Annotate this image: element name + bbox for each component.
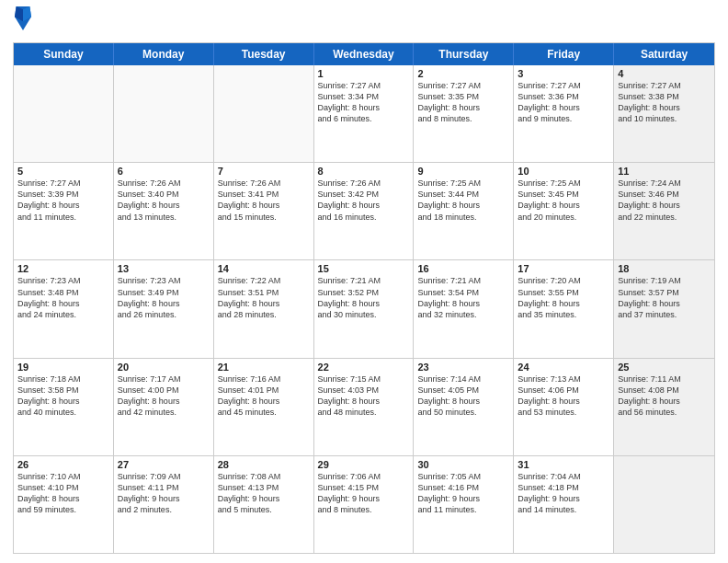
- day-number: 18: [618, 263, 711, 274]
- calendar-row-0: 1Sunrise: 7:27 AM Sunset: 3:34 PM Daylig…: [14, 65, 714, 163]
- day-number: 2: [417, 68, 509, 79]
- cal-cell-6: 6Sunrise: 7:26 AM Sunset: 3:40 PM Daylig…: [114, 163, 214, 259]
- day-number: 4: [618, 68, 711, 79]
- cal-cell-27: 27Sunrise: 7:09 AM Sunset: 4:11 PM Dayli…: [114, 456, 214, 553]
- day-info: Sunrise: 7:26 AM Sunset: 3:41 PM Dayligh…: [218, 178, 310, 223]
- day-info: Sunrise: 7:16 AM Sunset: 4:01 PM Dayligh…: [218, 373, 310, 419]
- calendar-row-3: 19Sunrise: 7:18 AM Sunset: 3:58 PM Dayli…: [14, 359, 714, 456]
- day-info: Sunrise: 7:20 AM Sunset: 3:55 PM Dayligh…: [518, 275, 609, 320]
- day-info: Sunrise: 7:21 AM Sunset: 3:54 PM Dayligh…: [417, 275, 509, 320]
- cal-cell-empty: [114, 65, 214, 162]
- calendar-body: 1Sunrise: 7:27 AM Sunset: 3:34 PM Daylig…: [14, 65, 714, 553]
- day-number: 28: [218, 459, 310, 470]
- cal-cell-empty: [614, 456, 714, 553]
- day-number: 5: [17, 166, 109, 177]
- cal-cell-5: 5Sunrise: 7:27 AM Sunset: 3:39 PM Daylig…: [14, 163, 114, 259]
- cal-cell-26: 26Sunrise: 7:10 AM Sunset: 4:10 PM Dayli…: [14, 456, 114, 553]
- cal-cell-28: 28Sunrise: 7:08 AM Sunset: 4:13 PM Dayli…: [214, 456, 314, 553]
- day-info: Sunrise: 7:10 AM Sunset: 4:10 PM Dayligh…: [17, 471, 109, 516]
- cal-cell-25: 25Sunrise: 7:11 AM Sunset: 4:08 PM Dayli…: [614, 359, 714, 455]
- day-number: 29: [318, 459, 410, 470]
- cal-cell-29: 29Sunrise: 7:06 AM Sunset: 4:15 PM Dayli…: [314, 456, 415, 553]
- calendar-header-row: SundayMondayTuesdayWednesdayThursdayFrid…: [14, 43, 714, 65]
- cal-cell-7: 7Sunrise: 7:26 AM Sunset: 3:41 PM Daylig…: [214, 163, 314, 259]
- day-number: 14: [218, 263, 310, 274]
- header-cell-saturday: Saturday: [614, 43, 714, 65]
- day-info: Sunrise: 7:15 AM Sunset: 4:03 PM Dayligh…: [318, 373, 410, 419]
- day-number: 27: [118, 459, 210, 470]
- day-info: Sunrise: 7:26 AM Sunset: 3:40 PM Dayligh…: [118, 178, 210, 223]
- day-number: 24: [518, 362, 609, 373]
- header-cell-tuesday: Tuesday: [214, 43, 314, 65]
- day-info: Sunrise: 7:23 AM Sunset: 3:48 PM Dayligh…: [17, 275, 109, 320]
- cal-cell-11: 11Sunrise: 7:24 AM Sunset: 3:46 PM Dayli…: [614, 163, 714, 259]
- day-number: 10: [518, 166, 609, 177]
- day-number: 11: [618, 166, 711, 177]
- calendar: SundayMondayTuesdayWednesdayThursdayFrid…: [13, 42, 715, 554]
- cal-cell-22: 22Sunrise: 7:15 AM Sunset: 4:03 PM Dayli…: [314, 359, 415, 455]
- calendar-row-4: 26Sunrise: 7:10 AM Sunset: 4:10 PM Dayli…: [14, 456, 714, 553]
- cal-cell-17: 17Sunrise: 7:20 AM Sunset: 3:55 PM Dayli…: [514, 260, 614, 357]
- cal-cell-30: 30Sunrise: 7:05 AM Sunset: 4:16 PM Dayli…: [414, 456, 514, 553]
- day-number: 19: [17, 362, 109, 373]
- day-info: Sunrise: 7:14 AM Sunset: 4:05 PM Dayligh…: [417, 373, 509, 419]
- day-number: 23: [417, 362, 509, 373]
- day-number: 6: [118, 166, 210, 177]
- day-number: 12: [17, 263, 109, 274]
- day-info: Sunrise: 7:22 AM Sunset: 3:51 PM Dayligh…: [218, 275, 310, 320]
- day-number: 30: [417, 459, 509, 470]
- cal-cell-3: 3Sunrise: 7:27 AM Sunset: 3:36 PM Daylig…: [514, 65, 614, 162]
- header: [13, 9, 715, 35]
- cal-cell-31: 31Sunrise: 7:04 AM Sunset: 4:18 PM Dayli…: [514, 456, 614, 553]
- cal-cell-18: 18Sunrise: 7:19 AM Sunset: 3:57 PM Dayli…: [614, 260, 714, 357]
- day-info: Sunrise: 7:06 AM Sunset: 4:15 PM Dayligh…: [318, 471, 410, 516]
- day-info: Sunrise: 7:09 AM Sunset: 4:11 PM Dayligh…: [118, 471, 210, 516]
- day-info: Sunrise: 7:27 AM Sunset: 3:38 PM Dayligh…: [618, 80, 711, 125]
- header-cell-friday: Friday: [514, 43, 614, 65]
- cal-cell-empty: [14, 65, 114, 162]
- cal-cell-9: 9Sunrise: 7:25 AM Sunset: 3:44 PM Daylig…: [414, 163, 514, 259]
- day-info: Sunrise: 7:26 AM Sunset: 3:42 PM Dayligh…: [318, 178, 410, 223]
- cal-cell-23: 23Sunrise: 7:14 AM Sunset: 4:05 PM Dayli…: [414, 359, 514, 455]
- day-info: Sunrise: 7:24 AM Sunset: 3:46 PM Dayligh…: [618, 178, 711, 223]
- day-number: 15: [318, 263, 410, 274]
- day-info: Sunrise: 7:13 AM Sunset: 4:06 PM Dayligh…: [518, 373, 609, 419]
- day-info: Sunrise: 7:25 AM Sunset: 3:44 PM Dayligh…: [417, 178, 509, 223]
- day-info: Sunrise: 7:05 AM Sunset: 4:16 PM Dayligh…: [417, 471, 509, 516]
- day-number: 22: [318, 362, 410, 373]
- logo: [13, 9, 35, 35]
- day-info: Sunrise: 7:23 AM Sunset: 3:49 PM Dayligh…: [118, 275, 210, 320]
- day-info: Sunrise: 7:08 AM Sunset: 4:13 PM Dayligh…: [218, 471, 310, 516]
- day-number: 20: [118, 362, 210, 373]
- header-cell-wednesday: Wednesday: [314, 43, 415, 65]
- header-cell-thursday: Thursday: [414, 43, 514, 65]
- day-number: 1: [318, 68, 410, 79]
- day-number: 25: [618, 362, 711, 373]
- page: SundayMondayTuesdayWednesdayThursdayFrid…: [0, 0, 728, 563]
- day-info: Sunrise: 7:27 AM Sunset: 3:34 PM Dayligh…: [318, 80, 410, 125]
- day-info: Sunrise: 7:17 AM Sunset: 4:00 PM Dayligh…: [118, 373, 210, 419]
- logo-icon: [15, 6, 31, 31]
- cal-cell-2: 2Sunrise: 7:27 AM Sunset: 3:35 PM Daylig…: [414, 65, 514, 162]
- cal-cell-21: 21Sunrise: 7:16 AM Sunset: 4:01 PM Dayli…: [214, 359, 314, 455]
- cal-cell-4: 4Sunrise: 7:27 AM Sunset: 3:38 PM Daylig…: [614, 65, 714, 162]
- cal-cell-12: 12Sunrise: 7:23 AM Sunset: 3:48 PM Dayli…: [14, 260, 114, 357]
- cal-cell-24: 24Sunrise: 7:13 AM Sunset: 4:06 PM Dayli…: [514, 359, 614, 455]
- day-info: Sunrise: 7:19 AM Sunset: 3:57 PM Dayligh…: [618, 275, 711, 320]
- cal-cell-8: 8Sunrise: 7:26 AM Sunset: 3:42 PM Daylig…: [314, 163, 415, 259]
- day-info: Sunrise: 7:27 AM Sunset: 3:36 PM Dayligh…: [518, 80, 609, 125]
- day-info: Sunrise: 7:18 AM Sunset: 3:58 PM Dayligh…: [17, 373, 109, 419]
- day-info: Sunrise: 7:27 AM Sunset: 3:35 PM Dayligh…: [417, 80, 509, 125]
- day-info: Sunrise: 7:11 AM Sunset: 4:08 PM Dayligh…: [618, 373, 711, 419]
- day-info: Sunrise: 7:21 AM Sunset: 3:52 PM Dayligh…: [318, 275, 410, 320]
- cal-cell-14: 14Sunrise: 7:22 AM Sunset: 3:51 PM Dayli…: [214, 260, 314, 357]
- calendar-row-1: 5Sunrise: 7:27 AM Sunset: 3:39 PM Daylig…: [14, 163, 714, 260]
- day-info: Sunrise: 7:25 AM Sunset: 3:45 PM Dayligh…: [518, 178, 609, 223]
- header-cell-monday: Monday: [114, 43, 214, 65]
- day-number: 17: [518, 263, 609, 274]
- cal-cell-1: 1Sunrise: 7:27 AM Sunset: 3:34 PM Daylig…: [314, 65, 415, 162]
- day-number: 26: [17, 459, 109, 470]
- cal-cell-19: 19Sunrise: 7:18 AM Sunset: 3:58 PM Dayli…: [14, 359, 114, 455]
- day-info: Sunrise: 7:27 AM Sunset: 3:39 PM Dayligh…: [17, 178, 109, 223]
- cal-cell-15: 15Sunrise: 7:21 AM Sunset: 3:52 PM Dayli…: [314, 260, 415, 357]
